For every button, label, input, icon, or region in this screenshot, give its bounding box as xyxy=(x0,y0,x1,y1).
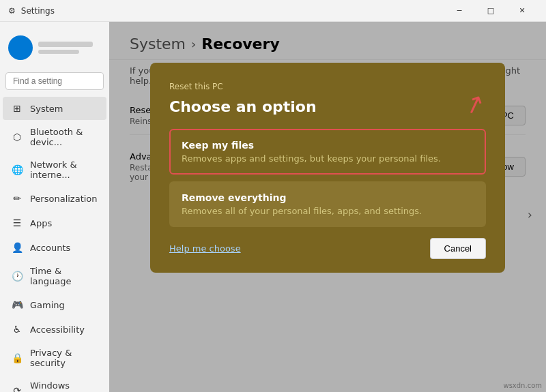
search-input[interactable] xyxy=(5,72,104,90)
personalization-icon: ✏️ xyxy=(11,192,23,205)
remove-everything-desc: Removes all of your personal files, apps… xyxy=(182,206,474,216)
remove-everything-option[interactable]: Remove everything Removes all of your pe… xyxy=(169,181,486,227)
cancel-button[interactable]: Cancel xyxy=(430,238,486,259)
help-me-choose-link[interactable]: Help me choose xyxy=(169,243,241,254)
sidebar-item-accessibility[interactable]: ♿ Accessibility xyxy=(3,318,106,341)
modal-footer: Help me choose Cancel xyxy=(169,238,486,259)
user-subtitle xyxy=(38,50,79,54)
sidebar-item-gaming[interactable]: 🎮 Gaming xyxy=(3,293,106,316)
maximize-button[interactable]: □ xyxy=(475,0,506,22)
avatar xyxy=(8,35,33,60)
keep-files-title: Keep my files xyxy=(182,140,474,151)
arrow-indicator: ↗ xyxy=(460,87,489,121)
sidebar-item-windows-update[interactable]: ⟳ Windows Update xyxy=(3,375,106,392)
close-button[interactable]: ✕ xyxy=(506,0,538,22)
modal-reset-label: Reset this PC xyxy=(169,82,486,91)
system-icon: ⊞ xyxy=(11,102,23,115)
window-controls: − □ ✕ xyxy=(444,0,538,22)
sidebar-item-apps[interactable]: ☰ Apps xyxy=(3,211,106,235)
modal-title: Choose an option xyxy=(169,98,486,115)
accounts-icon: 👤 xyxy=(11,241,23,254)
bluetooth-icon: ⬡ xyxy=(11,131,23,143)
time-icon: 🕐 xyxy=(11,270,23,282)
accessibility-icon: ♿ xyxy=(11,323,23,335)
sidebar-item-accounts[interactable]: 👤 Accounts xyxy=(3,236,106,259)
app-container: ⊞ System ⬡ Bluetooth & devic... 🌐 Networ… xyxy=(0,22,546,392)
network-icon: 🌐 xyxy=(11,164,23,176)
settings-icon: ⚙ xyxy=(8,6,16,16)
titlebar: ⚙ Settings − □ ✕ xyxy=(0,0,546,22)
user-name xyxy=(38,42,93,47)
user-profile xyxy=(0,30,109,71)
reset-options-modal: Reset this PC Choose an option ↗ Keep my… xyxy=(150,63,505,273)
windows-update-icon: ⟳ xyxy=(11,385,23,392)
gaming-icon: 🎮 xyxy=(11,299,23,311)
sidebar-item-bluetooth[interactable]: ⬡ Bluetooth & devic... xyxy=(3,121,106,153)
main-content: System › Recovery If you're having probl… xyxy=(109,22,546,392)
keep-files-desc: Removes apps and settings, but keeps you… xyxy=(182,153,474,164)
sidebar-item-personalization[interactable]: ✏️ Personalization xyxy=(3,187,106,210)
sidebar-item-network[interactable]: 🌐 Network & interne... xyxy=(3,154,106,185)
sidebar-item-time[interactable]: 🕐 Time & language xyxy=(3,260,106,292)
keep-files-option[interactable]: Keep my files Removes apps and settings,… xyxy=(169,129,486,175)
modal-backdrop: Reset this PC Choose an option ↗ Keep my… xyxy=(109,22,546,392)
sidebar: ⊞ System ⬡ Bluetooth & devic... 🌐 Networ… xyxy=(0,22,109,392)
titlebar-title: ⚙ Settings xyxy=(8,6,55,16)
privacy-icon: 🔒 xyxy=(11,352,23,364)
remove-everything-title: Remove everything xyxy=(182,192,474,203)
apps-icon: ☰ xyxy=(11,217,23,229)
sidebar-item-privacy[interactable]: 🔒 Privacy & security xyxy=(3,342,106,374)
sidebar-item-system[interactable]: ⊞ System xyxy=(3,97,106,120)
minimize-button[interactable]: − xyxy=(444,0,475,22)
